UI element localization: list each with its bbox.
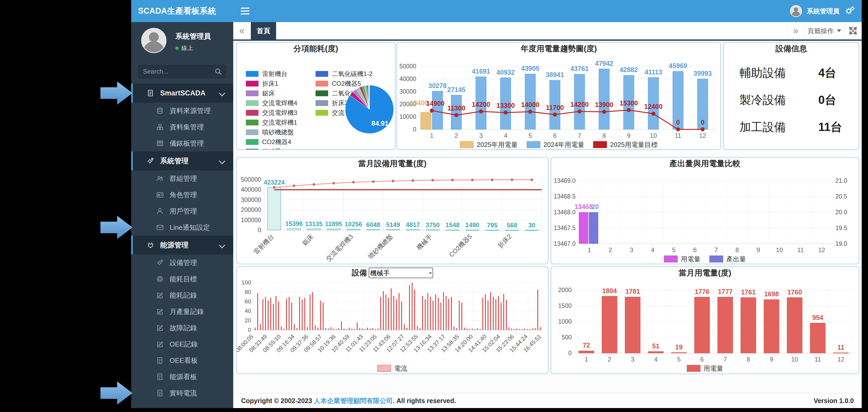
sidebar-section-能源管理[interactable]: 能源管理 [131,235,233,254]
chart-label: 10 [776,246,783,253]
chart-label: 3 [630,246,633,253]
annual-chart-title: 年度用電量趨勢圖(度) [397,42,720,54]
annotation-arrow [100,380,132,406]
bar-value-label: 45969 [669,62,687,69]
sidebar-item-群組管理[interactable]: 群組管理 [131,170,233,187]
legend-item[interactable]: 2025用電量目標 [593,140,658,149]
sidebar-item-OEE記錄[interactable]: OEE記錄 [131,336,233,352]
bar-value-label: 13135 [305,220,323,227]
pareto-bar [446,230,459,230]
sidebar-item-設備管理[interactable]: 設備管理 [131,254,233,271]
sidebar-item-label: 能耗記錄 [169,291,197,300]
chart-label: 1 [587,246,591,253]
chart-label: 8 [746,356,750,363]
sidebar-item-月產量記錄[interactable]: 月產量記錄 [131,304,233,320]
legend-item[interactable]: 2025年用電量 [460,140,518,149]
tabs-scroll-right-icon[interactable]: » [787,22,804,39]
copyright-suffix: . All rights reserved. [393,397,456,404]
sidebar-item-label: 設備管理 [169,258,197,267]
panel-device-monthly-usage: 當月設備用電量(度) 01000002000003000004000005000… [236,157,549,264]
sidebar-item-資料集管理[interactable]: 資料集管理 [131,119,233,135]
version-label: Version 1.0.0 [813,397,854,405]
target-point [627,108,630,112]
sidebar-item-資料來源管理[interactable]: 資料來源管理 [131,102,233,119]
panel-realtime-current: 設備 機械手 02040608010008:00:0508:33:4908:55… [236,266,549,374]
sidebar-item-label: 實時電流 [169,389,197,398]
pareto-bar [406,229,420,230]
target-value-label: 13300 [496,102,515,109]
x-axis-label: 噴砂機總盤 [367,233,394,260]
sidebar-item-label: 故障記錄 [169,323,197,332]
sidebar-section-系統管理[interactable]: 系統管理 [131,152,233,170]
legend-item[interactable]: 用電量 [687,364,723,373]
company-link[interactable]: 人本企業管理顧問有限公司 [314,397,393,404]
tab-operations-dropdown[interactable]: 頁籤操作 [804,22,844,39]
bar-value-label: 1698 [764,290,779,297]
sidebar-item-Line通知設定[interactable]: Line通知設定 [131,219,233,235]
pareto-bar [386,229,400,230]
cumulative-point [411,179,414,182]
tab-home[interactable]: 首頁 [251,22,276,39]
target-point [652,112,655,116]
sidebar-item-label: 儀錶板管理 [169,139,204,148]
current-chart: 02040608010008:00:0508:33:4908:55:1009:1… [237,279,549,363]
bar-output [589,212,598,244]
app-brand-title: SCADA生產看板系統 [131,0,233,22]
search-icon[interactable] [214,68,222,75]
chart-label: 6 [693,246,696,253]
bar-value-label: 1548 [445,221,459,228]
sidebar-item-角色管理[interactable]: 角色管理 [131,187,233,203]
target-point [504,111,507,115]
menu-toggle-icon[interactable] [241,6,250,16]
sidebar-item-能耗記錄[interactable]: 能耗記錄 [131,287,233,304]
sidebar-item-故障記錄[interactable]: 故障記錄 [131,320,233,336]
sidebar-item-儀錶板管理[interactable]: 儀錶板管理 [131,135,233,152]
legend-item[interactable]: 產出量 [709,255,746,263]
sidebar-item-實時電流[interactable]: 實時電流 [131,385,233,401]
chart-label: 40000 [399,75,416,82]
sidebar-item-label: 資料來源管理 [169,106,211,116]
chart-label: 7 [723,356,727,363]
sidebar-section-SmartSCADA[interactable]: SmartSCADA [131,84,233,102]
legend-item[interactable]: 電流 [377,364,407,373]
x-axis-label: CO2機器5 [447,233,473,258]
cumulative-point [372,180,374,183]
bar-value-label: 11 [837,344,845,351]
chart-label: 8 [736,246,739,253]
sidebar-item-用戶管理[interactable]: 用戶管理 [131,203,233,219]
navbar-username[interactable]: 系統管理員 [807,7,840,15]
target-value-label: 14200 [570,101,589,108]
chart-label: 19.5 [835,225,847,231]
navbar-avatar[interactable] [790,5,802,17]
monthly-bar [787,297,802,353]
chart-label: 7 [714,246,718,253]
legend-label: 產出量 [726,255,746,263]
sidebar-item-OEE看板[interactable]: OEE看板 [131,352,233,369]
cumulative-point [432,179,434,182]
search-input[interactable] [137,64,227,79]
chart-label: 20.5 [835,193,847,200]
tabs-scroll-left-icon[interactable]: « [233,22,251,39]
bar-value-label: 568 [507,222,517,229]
target-point [430,108,434,112]
bar-value-label: 19 [675,343,683,351]
bar-value-label: 1804 [602,287,617,294]
x-axis-label: 折床2 [496,233,513,249]
compare-chart-legend: 用電量產出量 [551,254,859,264]
annotation-arrow [100,81,132,106]
legend-item[interactable]: 用電量 [664,255,701,263]
device-select[interactable]: 機械手 [369,268,433,278]
sidebar-item-能耗目標[interactable]: 能耗目標 [131,271,233,287]
sidebar-item-label: OEE記錄 [169,340,198,349]
panel-energy-breakdown: 分項能耗(度) 雷射機台折床1鋸床交流電焊機4交流電焊機3交流電焊機1噴砂機總盤… [236,42,396,150]
monthly-chart-legend: 用電量 [551,363,859,373]
chart-label: 9 [627,132,630,139]
sidebar-item-能源看板[interactable]: 能源看板 [131,369,233,385]
sidebar-menu: SmartSCADA資料來源管理資料集管理儀錶板管理系統管理群組管理角色管理用戶… [131,84,233,408]
chart-label: 3 [631,356,634,363]
legend-item[interactable]: 2024年用電量 [527,140,585,149]
dashboard-content: 分項能耗(度) 雷射機台折床1鋸床交流電焊機4交流電焊機3交流電焊機1噴砂機總盤… [233,41,862,408]
fullscreen-icon[interactable] [844,22,862,39]
gears-icon[interactable] [844,6,855,16]
app-window: SCADA生產看板系統 系統管理員 線上 SmartSCADA資料來源管理資料集… [131,0,862,408]
